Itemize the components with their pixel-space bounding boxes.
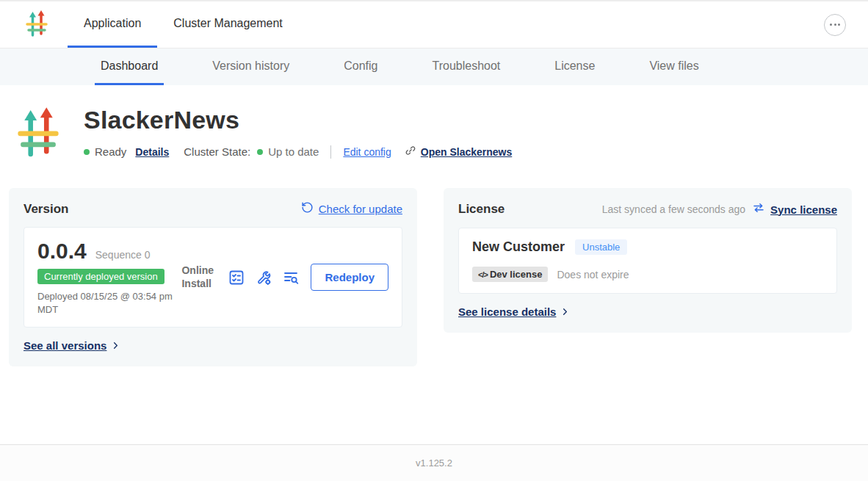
subnav-config-label: Config <box>344 59 377 73</box>
version-card-title: Version <box>23 202 68 217</box>
license-expiration: Does not expire <box>557 269 629 281</box>
dashboard-cards: Version Check for update 0.0.4 Sequ <box>0 188 868 366</box>
last-synced-label: Last synced a few seconds ago <box>602 203 745 215</box>
link-icon <box>405 145 421 159</box>
check-for-update-label: Check for update <box>319 203 402 215</box>
tab-application[interactable]: Application <box>68 1 157 48</box>
check-for-update-link[interactable]: Check for update <box>301 201 402 217</box>
tab-cluster-management[interactable]: Cluster Management <box>157 1 299 48</box>
license-panel: New Customer Unstable </> Dev license Do… <box>458 228 837 294</box>
tab-application-label: Application <box>84 17 141 30</box>
subnav-license-label: License <box>554 59 595 73</box>
sync-arrows-icon <box>752 201 765 217</box>
redeploy-button[interactable]: Redeploy <box>311 264 388 291</box>
license-card-title: License <box>458 202 504 217</box>
subnav-item-dashboard[interactable]: Dashboard <box>95 48 164 85</box>
deployed-status-badge: Currently deployed version <box>37 269 164 284</box>
current-version-panel: 0.0.4 Sequence 0 Currently deployed vers… <box>23 227 402 328</box>
refresh-icon <box>301 201 314 217</box>
code-icon: </> <box>478 270 488 279</box>
version-number: 0.0.4 <box>37 239 87 264</box>
sync-license-label: Sync license <box>770 203 837 216</box>
app-header: SlackerNews Ready Details Cluster State:… <box>0 104 868 160</box>
subnav-dashboard-label: Dashboard <box>101 59 158 73</box>
subnav-item-view-files[interactable]: View files <box>643 48 704 85</box>
preflight-checks-icon[interactable] <box>228 269 245 286</box>
header-tabs: Application Cluster Management <box>68 1 299 48</box>
chevron-right-icon <box>561 308 569 316</box>
customer-name: New Customer <box>472 239 565 255</box>
sync-license-link[interactable]: Sync license <box>752 201 837 217</box>
channel-badge: Unstable <box>575 239 627 255</box>
subnav-troubleshoot-label: Troubleshoot <box>432 59 500 73</box>
open-app-label: Open Slackernews <box>421 146 513 158</box>
open-app-link[interactable]: Open Slackernews <box>405 145 513 159</box>
deployed-timestamp: Deployed 08/15/25 @ 03:54 pm MDT <box>37 290 181 316</box>
cluster-state-value: Up to date <box>268 145 319 158</box>
status-dot-ready <box>84 149 90 155</box>
subnav-item-version-history[interactable]: Version history <box>206 48 295 85</box>
slackernews-app-icon <box>16 104 60 160</box>
divider <box>330 145 331 159</box>
chevron-right-icon <box>112 341 120 350</box>
status-dot-cluster <box>257 149 263 155</box>
install-type-label: Online Install <box>181 264 217 290</box>
subnav-item-config[interactable]: Config <box>338 48 383 85</box>
version-card: Version Check for update 0.0.4 Sequ <box>9 188 417 366</box>
status-ready-label: Ready <box>95 145 126 158</box>
subnav-version-history-label: Version history <box>212 59 289 73</box>
subnav-item-license[interactable]: License <box>549 48 601 85</box>
main-content: SlackerNews Ready Details Cluster State:… <box>0 85 868 444</box>
subnav-item-troubleshoot[interactable]: Troubleshoot <box>426 48 506 85</box>
deploy-logs-icon[interactable] <box>282 269 300 286</box>
see-license-details-label: See license details <box>458 305 556 318</box>
tab-cluster-management-label: Cluster Management <box>173 17 283 30</box>
see-all-versions-link[interactable]: See all versions <box>23 339 402 352</box>
see-all-versions-label: See all versions <box>23 339 106 352</box>
more-menu-button[interactable] <box>824 14 846 36</box>
details-link[interactable]: Details <box>135 146 169 158</box>
sequence-label: Sequence 0 <box>95 249 151 261</box>
license-type-badge: </> Dev license <box>472 267 548 282</box>
page-title: SlackerNews <box>84 106 512 134</box>
version-actions: Online Install <box>181 264 388 291</box>
app-subnav: Dashboard Version history Config Trouble… <box>0 48 868 85</box>
edit-config-link[interactable]: Edit config <box>343 146 391 158</box>
license-type-label: Dev license <box>490 269 543 280</box>
app-status-row: Ready Details Cluster State: Up to date … <box>84 145 512 159</box>
page-footer: v1.125.2 <box>0 444 868 481</box>
license-card: License Last synced a few seconds ago Sy… <box>444 188 852 333</box>
app-logo <box>25 1 48 48</box>
admin-console-version: v1.125.2 <box>416 458 452 469</box>
version-info: 0.0.4 Sequence 0 Currently deployed vers… <box>37 239 181 316</box>
slackernews-logo-icon <box>25 10 48 40</box>
top-header: Application Cluster Management <box>0 1 868 48</box>
cluster-state-label: Cluster State: <box>184 145 250 158</box>
config-wrench-icon[interactable] <box>255 269 272 286</box>
ellipsis-icon <box>830 23 832 26</box>
subnav-view-files-label: View files <box>649 59 698 73</box>
see-license-details-link[interactable]: See license details <box>458 305 837 318</box>
